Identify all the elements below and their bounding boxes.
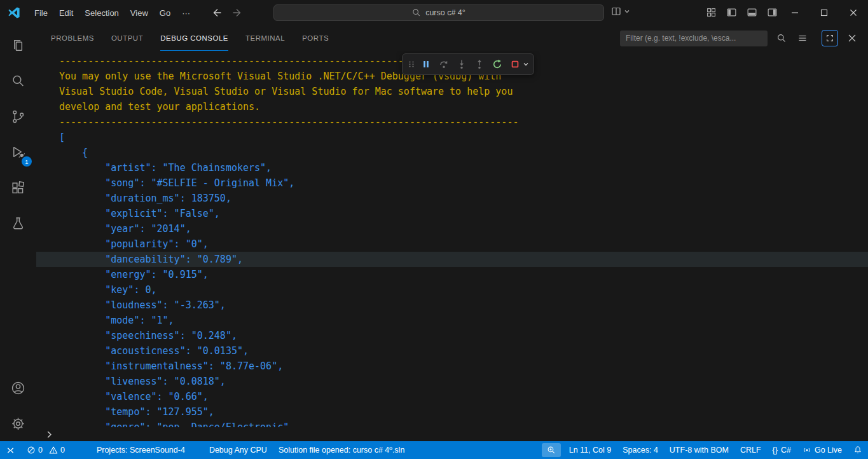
pause-icon — [421, 59, 431, 69]
filter-lines-icon — [797, 33, 808, 43]
toggle-primary-sidebar-icon[interactable] — [726, 7, 737, 18]
console-line: "explicit": "False", — [36, 206, 868, 221]
stop-dropdown-button[interactable] — [521, 55, 530, 73]
menu-file[interactable]: File — [29, 6, 53, 20]
collapse-lines-button[interactable] — [796, 31, 809, 45]
git-branch-icon — [10, 109, 26, 125]
activity-testing[interactable] — [0, 205, 36, 241]
console-line: "valence": "0.66", — [36, 389, 868, 404]
projects-status[interactable]: Projects: ScreenSound-4 — [91, 441, 191, 459]
close-panel-button[interactable] — [845, 31, 859, 45]
language-label: C# — [781, 446, 791, 455]
step-out-button[interactable] — [471, 55, 488, 73]
console-input-row[interactable] — [36, 427, 868, 441]
vscode-window: File Edit Selection View Go ··· curso c#… — [0, 0, 868, 459]
tab-ports[interactable]: PORTS — [302, 25, 329, 51]
encoding-status[interactable]: UTF-8 with BOM — [664, 441, 734, 459]
search-icon — [412, 8, 421, 17]
maximize-button[interactable] — [809, 0, 839, 25]
tab-problems[interactable]: PROBLEMS — [51, 25, 94, 51]
tab-terminal[interactable]: TERMINAL — [245, 25, 285, 51]
activity-search[interactable] — [0, 63, 36, 99]
activity-run-debug[interactable]: 1 — [0, 134, 36, 170]
panel-actions — [620, 25, 859, 51]
console-line: "acousticness": "0.0135", — [36, 343, 868, 359]
console-line: "tempo": "127.955", — [36, 404, 868, 420]
debug-toolbar — [402, 53, 534, 75]
activity-accounts[interactable] — [0, 370, 36, 406]
cursor-position[interactable]: Ln 11, Col 9 — [563, 441, 617, 459]
menu-bar: File Edit Selection View Go ··· — [29, 6, 196, 20]
activity-source-control[interactable] — [0, 99, 36, 134]
toggle-panel-icon[interactable] — [747, 7, 757, 18]
console-line: "mode": "1", — [36, 313, 868, 328]
menu-edit[interactable]: Edit — [53, 6, 79, 20]
stop-icon — [510, 59, 520, 69]
warning-count: 0 — [60, 446, 65, 455]
notifications-button[interactable] — [848, 441, 868, 459]
filter-search-button[interactable] — [775, 31, 789, 45]
broadcast-icon — [803, 446, 811, 455]
close-icon — [848, 34, 857, 43]
statusbar-right: Ln 11, Col 9 Spaces: 4 UTF-8 with BOM CR… — [542, 441, 868, 459]
toolbar-gripper[interactable] — [406, 55, 417, 73]
statusbar-left: 0 0 Projects: ScreenSound-4 Debug Any CP… — [0, 441, 410, 459]
restart-button[interactable] — [488, 55, 506, 73]
tab-output[interactable]: OUTPUT — [111, 25, 143, 51]
problems-indicator[interactable]: 0 0 — [21, 441, 74, 459]
debug-console[interactable]: ----------------------------------------… — [36, 51, 868, 441]
console-line: [ — [36, 130, 868, 145]
language-mode[interactable]: {} C# — [767, 441, 797, 459]
maximize-panel-button[interactable] — [822, 30, 838, 46]
back-arrow-icon[interactable] — [211, 7, 223, 18]
console-filter-input[interactable] — [620, 31, 768, 46]
forward-arrow-icon[interactable] — [231, 7, 243, 18]
menu-view[interactable]: View — [125, 6, 154, 20]
activity-settings[interactable] — [0, 406, 36, 441]
eol-status[interactable]: CRLF — [734, 441, 767, 459]
workbench-body: 1 — [0, 25, 868, 441]
command-center-search[interactable]: curso c# 4° — [273, 4, 604, 21]
console-line: Visual Studio Code, Visual Studio or Vis… — [36, 84, 868, 99]
panel-tabs: PROBLEMS OUTPUT DEBUG CONSOLE TERMINAL P… — [51, 25, 346, 51]
menu-selection[interactable]: Selection — [79, 6, 124, 20]
toggle-secondary-sidebar-icon[interactable] — [767, 7, 778, 18]
step-over-button[interactable] — [435, 55, 453, 73]
chevron-down-icon — [523, 61, 529, 67]
console-output: ----------------------------------------… — [36, 51, 868, 427]
menu-go[interactable]: Go — [154, 6, 176, 20]
zoom-indicator[interactable] — [542, 443, 561, 457]
editor-grid-layout-icon[interactable] — [706, 7, 717, 18]
pause-button[interactable] — [417, 55, 435, 73]
debug-badge: 1 — [22, 156, 32, 167]
step-into-button[interactable] — [453, 55, 471, 73]
solution-status[interactable]: Solution file opened: curso c# 4º.sln — [273, 441, 410, 459]
build-config-status[interactable]: Debug Any CPU — [203, 441, 273, 459]
search-icon — [776, 33, 787, 43]
activity-extensions[interactable] — [0, 170, 36, 205]
step-over-icon — [439, 59, 449, 69]
console-line: "year": "2014", — [36, 221, 868, 236]
beaker-icon — [10, 216, 26, 231]
go-live-button[interactable]: Go Live — [797, 441, 848, 459]
bell-icon — [853, 446, 862, 455]
step-out-icon — [474, 59, 485, 69]
console-line: ----------------------------------------… — [36, 114, 868, 130]
tab-debug-console[interactable]: DEBUG CONSOLE — [160, 25, 228, 51]
close-button[interactable] — [839, 0, 868, 25]
console-line: "popularity": "0", — [36, 236, 868, 252]
remote-indicator[interactable] — [0, 441, 21, 459]
indentation-status[interactable]: Spaces: 4 — [617, 441, 664, 459]
console-line: "song": "#SELFIE - Original Mix", — [36, 175, 868, 191]
activity-explorer[interactable] — [0, 27, 36, 63]
restart-icon — [492, 59, 502, 69]
go-live-label: Go Live — [815, 446, 842, 455]
panel-header: PROBLEMS OUTPUT DEBUG CONSOLE TERMINAL P… — [36, 25, 868, 51]
zoom-icon — [547, 446, 556, 455]
split-window-control[interactable] — [610, 6, 630, 17]
layout-controls — [706, 7, 778, 18]
minimize-button[interactable] — [780, 0, 809, 25]
warning-icon — [49, 446, 58, 455]
menu-more[interactable]: ··· — [176, 6, 196, 20]
console-line-highlighted: "danceability": "0.789", — [36, 252, 868, 267]
